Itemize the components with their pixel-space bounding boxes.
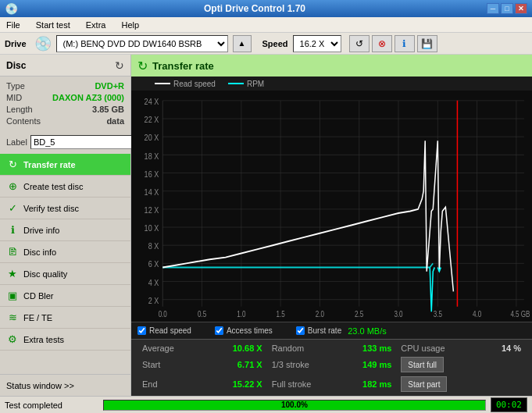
nav-fe-te[interactable]: ≋ FE / TE [0, 307, 130, 329]
stats-grid: Average 10.68 X Random 133 ms CPU usage … [131, 339, 532, 396]
drive-info-icon: ℹ [6, 224, 19, 236]
eject-button[interactable]: ▲ [233, 35, 252, 52]
disc-quality-icon: ★ [6, 268, 19, 279]
start-full-button[interactable]: Start full [401, 357, 444, 372]
disc-type-row: Type DVD+R [6, 81, 124, 91]
info-button[interactable]: ℹ [395, 35, 415, 52]
nav-cd-bler[interactable]: ▣ CD Bler [0, 285, 130, 307]
save-button[interactable]: 💾 [417, 35, 437, 52]
svg-text:2.0: 2.0 [316, 310, 324, 319]
speed-select[interactable]: 16.2 X [293, 35, 341, 52]
legend-rpm-label: RPM [247, 80, 264, 88]
chart-area: 24 X 22 X 20 X 18 X 16 X 14 X 12 X 10 X … [131, 91, 532, 322]
disc-mid-value: DAXON AZ3 (000) [52, 93, 124, 102]
nav-create-test-disc[interactable]: ⊕ Create test disc [0, 176, 130, 198]
create-test-disc-icon: ⊕ [6, 180, 19, 192]
start-part-button[interactable]: Start part [401, 376, 447, 392]
nav-disc-quality[interactable]: ★ Disc quality [0, 263, 130, 285]
stat-random-label: Random [272, 344, 305, 353]
svg-text:3.5: 3.5 [434, 310, 442, 319]
chart-svg: 24 X 22 X 20 X 18 X 16 X 14 X 12 X 10 X … [131, 91, 532, 322]
disc-contents-row: Contents data [6, 116, 124, 126]
drive-select[interactable]: (M:) BENQ DVD DD DW1640 BSRB [56, 35, 228, 52]
burst-rate-value: 23.0 MB/s [348, 326, 387, 336]
legend-rpm: RPM [228, 80, 264, 88]
disc-info-icon: 🖹 [6, 246, 19, 258]
menu-help[interactable]: Help [118, 19, 142, 31]
progress-text: 100.0% [104, 401, 485, 410]
read-speed-checkbox-label: Read speed [149, 326, 191, 335]
disc-length-label: Length [6, 105, 33, 114]
refresh-button[interactable]: ↺ [349, 35, 370, 52]
nav-transfer-rate-label: Transfer rate [23, 160, 76, 169]
disc-refresh-button[interactable]: ↻ [115, 59, 124, 72]
checkbox-burst-rate[interactable]: Burst rate 23.0 MB/s [296, 326, 387, 336]
svg-text:2.5: 2.5 [355, 310, 363, 319]
stat-start-row: Start 6.71 X [137, 356, 267, 373]
status-window-label: Status window >> [6, 381, 74, 390]
nav-disc-info[interactable]: 🖹 Disc info [0, 241, 130, 263]
svg-text:18 X: 18 X [145, 151, 159, 160]
sidebar: Disc ↻ Type DVD+R MID DAXON AZ3 (000) Le… [0, 55, 131, 396]
app-icon: 💿 [5, 2, 18, 15]
disc-contents-label: Contents [6, 116, 41, 126]
cd-bler-icon: ▣ [6, 290, 19, 301]
status-window-button[interactable]: Status window >> [0, 374, 130, 396]
menu-extra[interactable]: Extra [83, 19, 109, 31]
disc-mid-label: MID [6, 93, 22, 102]
status-text: Test completed [5, 401, 98, 410]
transfer-rate-icon: ↻ [6, 158, 19, 170]
nav-extra-tests[interactable]: ⚙ Extra tests [0, 329, 130, 351]
svg-text:4.0: 4.0 [473, 310, 481, 319]
label-input[interactable] [30, 135, 145, 149]
maximize-button[interactable]: □ [501, 3, 513, 14]
burst-rate-checkbox[interactable] [296, 326, 305, 335]
nav-verify-test-disc[interactable]: ✓ Verify test disc [0, 198, 130, 219]
svg-text:24 X: 24 X [145, 97, 159, 106]
window-controls: ─ □ ✕ [487, 3, 527, 14]
nav-transfer-rate[interactable]: ↻ Transfer rate [0, 154, 130, 176]
nav-disc-quality-label: Disc quality [23, 269, 67, 279]
stat-full-stroke-value: 182 ms [362, 379, 391, 389]
checkbox-read-speed[interactable]: Read speed [137, 326, 191, 335]
main-layout: Disc ↻ Type DVD+R MID DAXON AZ3 (000) Le… [0, 55, 532, 396]
menu-file[interactable]: File [3, 19, 23, 31]
svg-text:12 X: 12 X [145, 205, 159, 215]
checkbox-access-times[interactable]: Access times [215, 326, 273, 335]
stat-full-stroke-label: Full stroke [272, 379, 312, 389]
close-button[interactable]: ✕ [515, 3, 527, 14]
svg-text:4.5 GB: 4.5 GB [510, 310, 530, 319]
erase-button[interactable]: ⊗ [372, 35, 392, 52]
svg-text:3.0: 3.0 [394, 310, 402, 319]
stat-cpu-value: 14 % [502, 344, 521, 353]
svg-text:4 X: 4 X [148, 278, 159, 287]
stat-cpu-row: CPU usage 14 % [396, 343, 526, 354]
nav-fe-te-label: FE / TE [23, 313, 52, 322]
minimize-button[interactable]: ─ [487, 3, 499, 14]
menu-bar: File Start test Extra Help [0, 17, 532, 33]
disc-header-title: Disc [6, 60, 26, 71]
nav-extra-tests-label: Extra tests [23, 335, 64, 344]
stat-start-label: Start [142, 360, 160, 369]
disc-info-table: Type DVD+R MID DAXON AZ3 (000) Length 3.… [0, 77, 130, 133]
chart-header-title: Transfer rate [152, 60, 214, 72]
legend-read-speed: Read speed [155, 80, 216, 88]
title-bar: 💿 Opti Drive Control 1.70 ─ □ ✕ [0, 0, 532, 17]
svg-text:16 X: 16 X [145, 169, 159, 179]
disc-type-value: DVD+R [95, 81, 124, 91]
read-speed-checkbox[interactable] [137, 326, 146, 335]
stat-end-label: End [142, 379, 158, 389]
menu-start-test[interactable]: Start test [33, 19, 73, 31]
access-times-checkbox[interactable] [215, 326, 223, 335]
fe-te-icon: ≋ [6, 312, 19, 323]
nav-cd-bler-label: CD Bler [23, 291, 54, 301]
stat-random-value: 133 ms [362, 344, 391, 353]
nav-items: ↻ Transfer rate ⊕ Create test disc ✓ Ver… [0, 154, 130, 374]
chart-header: ↻ Transfer rate [131, 55, 532, 77]
stat-stroke13-label: 1/3 stroke [272, 360, 309, 369]
drive-label: Drive [5, 39, 27, 48]
svg-text:22 X: 22 X [145, 115, 159, 124]
svg-text:2 X: 2 X [148, 296, 159, 305]
window-title: Opti Drive Control 1.70 [23, 3, 487, 14]
nav-drive-info[interactable]: ℹ Drive info [0, 219, 130, 241]
